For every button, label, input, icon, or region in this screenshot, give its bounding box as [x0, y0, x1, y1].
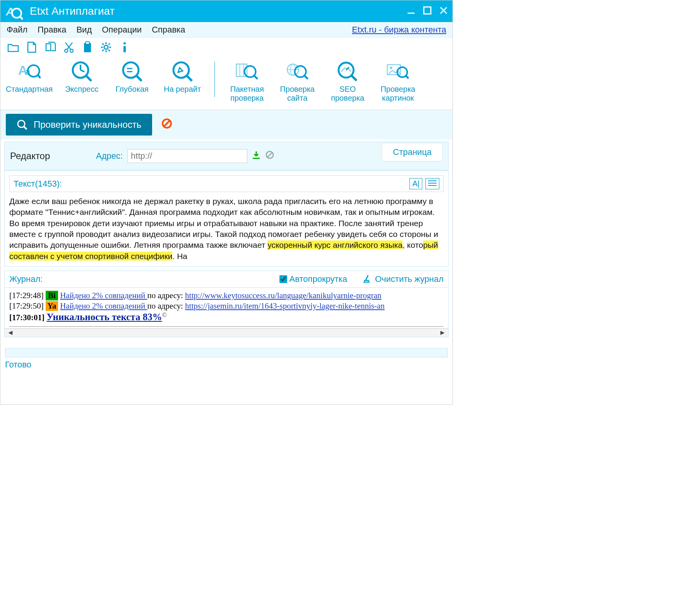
mode-standard[interactable]: A a Стандартная: [6, 60, 53, 94]
image-check-label2: картинок: [382, 94, 414, 102]
scroll-right-icon[interactable]: ►: [439, 329, 446, 337]
app-title: Etxt Антиплагиат: [30, 5, 400, 17]
autoscroll-label: Автопрокрутка: [290, 274, 347, 284]
svg-line-58: [164, 120, 170, 127]
log-label: Журнал:: [9, 274, 279, 284]
check-row: Проверить уникальность: [0, 110, 452, 139]
log-panel: Журнал: Автопрокрутка Очистить журнал [1…: [4, 271, 449, 337]
editor-label: Редактор: [10, 151, 91, 161]
svg-point-48: [339, 63, 354, 78]
log-badge-bi: Bi: [46, 291, 58, 300]
text-panel-header: Текст(1453): A|: [9, 175, 444, 192]
log-url-2[interactable]: https://jasemin.ru/item/1643-sportivnyiy…: [185, 301, 385, 311]
settings-icon[interactable]: [100, 41, 112, 53]
copyright-sup: ©: [162, 312, 167, 318]
scroll-left-icon[interactable]: ◄: [7, 329, 14, 337]
menu-view[interactable]: Вид: [76, 25, 92, 35]
svg-point-41: [245, 66, 256, 77]
svg-line-35: [137, 76, 142, 81]
cut-icon[interactable]: [63, 41, 75, 53]
menu-help[interactable]: Справка: [152, 25, 185, 35]
broom-icon: [363, 275, 372, 284]
log-h-scrollbar[interactable]: ◄ ►: [5, 328, 448, 337]
toolbar-large: A a Стандартная Экспресс: [0, 57, 452, 110]
menu-edit[interactable]: Правка: [38, 25, 66, 35]
svg-line-37: [187, 76, 192, 81]
toolbar-separator: [214, 62, 215, 97]
svg-line-42: [254, 75, 258, 79]
log-found-2[interactable]: Найдено 2% совпадений: [60, 301, 147, 311]
mode-deep-label: Глубокая: [116, 85, 149, 94]
svg-line-31: [86, 76, 91, 81]
tab-page[interactable]: Страница: [382, 143, 443, 161]
text-panel: Текст(1453): A| Даже если ваш ребенок ни…: [4, 170, 449, 267]
svg-line-27: [38, 75, 40, 78]
info-icon[interactable]: [119, 41, 130, 53]
batch-check[interactable]: Пакетная проверка: [226, 60, 268, 103]
cancel-check-icon[interactable]: [161, 118, 172, 132]
titlebar: A Etxt Антиплагиат: [0, 0, 452, 22]
log-line-1: [17:29:48] Bi Найдено 2% совпадений по а…: [9, 291, 444, 300]
clear-log-button[interactable]: Очистить журнал: [363, 274, 444, 284]
batch-check-label2: проверка: [230, 94, 264, 102]
seo-check-label2: проверка: [331, 94, 364, 102]
svg-point-22: [123, 42, 126, 45]
autoscroll-checkbox[interactable]: [279, 275, 287, 283]
svg-line-68: [368, 281, 368, 283]
clear-log-label: Очистить журнал: [375, 274, 444, 284]
svg-rect-12: [86, 42, 89, 44]
log-ts-3: [17:30:01]: [9, 313, 45, 322]
autoscroll-toggle[interactable]: Автопрокрутка: [279, 274, 347, 284]
etxt-link[interactable]: Etxt.ru - биржа контента: [352, 25, 446, 35]
seo-check[interactable]: SEO проверка: [326, 60, 369, 103]
svg-point-55: [18, 120, 25, 127]
document-text[interactable]: Даже если ваш ребенок никогда не держал …: [9, 196, 444, 262]
text-cursor-mode-icon[interactable]: A|: [410, 178, 422, 189]
svg-line-54: [406, 76, 408, 78]
svg-line-21: [102, 50, 104, 51]
site-check[interactable]: Проверка сайта: [276, 60, 319, 103]
open-folder-icon[interactable]: [7, 41, 19, 53]
mode-express[interactable]: Экспресс: [60, 60, 103, 94]
address-cancel-icon[interactable]: [265, 150, 274, 162]
svg-point-52: [390, 67, 392, 69]
mode-rewrite[interactable]: На рерайт: [161, 60, 204, 94]
uniqueness-result[interactable]: Уникальность текста 83%: [46, 312, 162, 322]
svg-point-32: [123, 62, 139, 78]
svg-line-50: [352, 76, 357, 81]
mode-express-label: Экспресс: [65, 85, 98, 94]
log-ts-1: [17:29:48]: [9, 291, 44, 300]
log-found-1[interactable]: Найдено 2% совпадений: [60, 291, 147, 300]
menu-operations[interactable]: Операции: [102, 25, 142, 35]
site-check-label1: Проверка: [280, 85, 315, 93]
app-logo-icon: A: [5, 2, 23, 20]
mode-standard-label: Стандартная: [6, 85, 53, 94]
close-button[interactable]: [439, 5, 448, 17]
log-url-1[interactable]: http://www.keytosuccess.ru/language/kani…: [185, 291, 381, 300]
paste-icon[interactable]: [82, 41, 93, 53]
svg-line-19: [108, 50, 110, 51]
maximize-button[interactable]: [423, 5, 432, 17]
log-line-result: [17:30:01] Уникальность текста 83%©: [9, 312, 444, 323]
doc-seg-3: . На: [172, 252, 187, 261]
copy-files-icon[interactable]: [45, 41, 56, 53]
svg-line-66: [365, 281, 365, 283]
app-window: A Etxt Антиплагиат Файл Правка Вид: [0, 0, 453, 405]
image-check-label1: Проверка: [380, 85, 415, 93]
svg-rect-23: [123, 46, 126, 52]
check-uniqueness-button[interactable]: Проверить уникальность: [6, 114, 152, 136]
new-file-icon[interactable]: [26, 41, 38, 53]
address-label: Адрес:: [96, 151, 123, 161]
mode-rewrite-label: На рерайт: [164, 85, 201, 94]
log-badge-ya: Ya: [46, 301, 58, 311]
text-list-mode-icon[interactable]: [425, 178, 439, 189]
svg-line-65: [366, 275, 368, 280]
image-check[interactable]: Проверка картинок: [377, 60, 419, 103]
download-icon[interactable]: [252, 151, 260, 161]
mode-deep[interactable]: Глубокая: [111, 60, 153, 94]
svg-line-18: [102, 43, 104, 45]
menu-file[interactable]: Файл: [7, 25, 27, 35]
minimize-button[interactable]: [407, 5, 415, 17]
address-input[interactable]: [127, 149, 247, 163]
svg-line-2: [20, 16, 23, 19]
